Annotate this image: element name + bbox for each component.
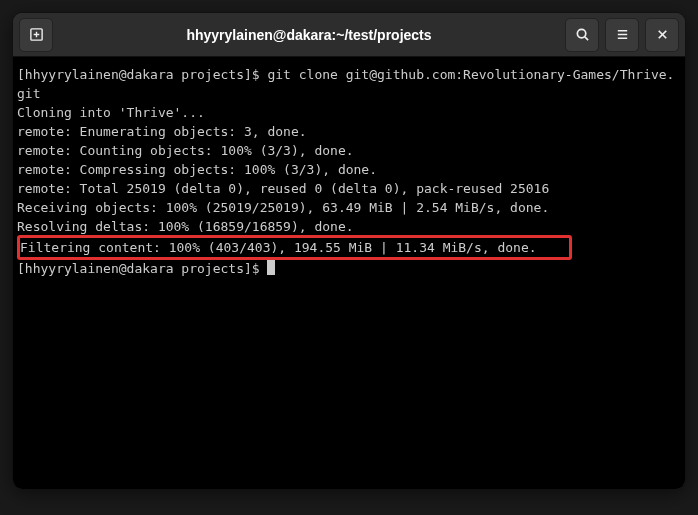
- terminal-window: hhyyrylainen@dakara:~/test/projects: [12, 12, 686, 490]
- terminal-line: Cloning into 'Thrive'...: [17, 103, 681, 122]
- svg-point-3: [577, 29, 585, 37]
- terminal-line: remote: Counting objects: 100% (3/3), do…: [17, 141, 681, 160]
- close-button[interactable]: [645, 18, 679, 52]
- terminal-line: [hhyyrylainen@dakara projects]$ git clon…: [17, 65, 681, 103]
- terminal-prompt: [hhyyrylainen@dakara projects]$: [17, 259, 681, 278]
- terminal-line: Filtering content: 100% (403/403), 194.5…: [20, 238, 569, 257]
- highlighted-annotation: Filtering content: 100% (403/403), 194.5…: [17, 235, 572, 260]
- new-tab-button[interactable]: [19, 18, 53, 52]
- cursor-icon: [267, 260, 275, 275]
- svg-line-4: [584, 37, 587, 40]
- terminal-line: Resolving deltas: 100% (16859/16859), do…: [17, 217, 681, 236]
- terminal-line: Receiving objects: 100% (25019/25019), 6…: [17, 198, 681, 217]
- window-title: hhyyrylainen@dakara:~/test/projects: [53, 27, 565, 43]
- menu-button[interactable]: [605, 18, 639, 52]
- search-button[interactable]: [565, 18, 599, 52]
- terminal-content[interactable]: [hhyyrylainen@dakara projects]$ git clon…: [13, 57, 685, 489]
- terminal-line: remote: Compressing objects: 100% (3/3),…: [17, 160, 681, 179]
- terminal-line: remote: Total 25019 (delta 0), reused 0 …: [17, 179, 681, 198]
- terminal-line: remote: Enumerating objects: 3, done.: [17, 122, 681, 141]
- titlebar: hhyyrylainen@dakara:~/test/projects: [13, 13, 685, 57]
